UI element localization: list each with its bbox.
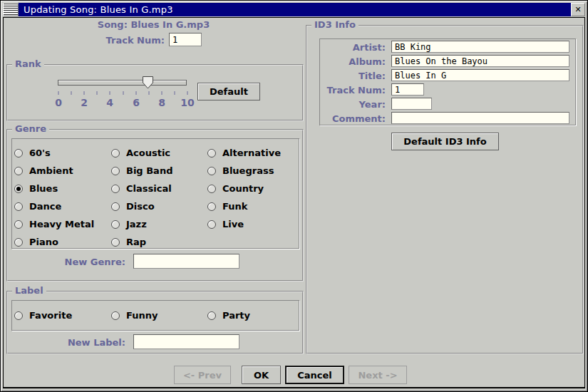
window-menu-icon[interactable] bbox=[3, 3, 19, 16]
genre-option-country[interactable]: Country bbox=[207, 183, 299, 194]
label-option-party[interactable]: Party bbox=[207, 310, 299, 321]
slider-tick-label: 10 bbox=[179, 97, 196, 108]
radio-icon bbox=[207, 220, 216, 229]
cancel-button[interactable]: Cancel bbox=[285, 366, 344, 384]
year-label: Year: bbox=[320, 99, 386, 110]
track-num-label: Track Num: bbox=[75, 35, 165, 46]
slider-tick bbox=[187, 91, 188, 95]
year-field[interactable] bbox=[391, 98, 432, 110]
id3-row-comment: Comment: bbox=[320, 112, 575, 126]
slider-tick-label: 8 bbox=[153, 97, 170, 108]
slider-tick-label: 0 bbox=[50, 97, 67, 108]
track-num-input[interactable] bbox=[169, 33, 202, 46]
genre-option-label: Dance bbox=[29, 201, 61, 212]
slider-tick bbox=[109, 91, 110, 95]
radio-icon bbox=[207, 149, 216, 158]
id3-group: ID3 Info Artist: Album: Title: Track Num… bbox=[306, 25, 584, 354]
artist-field[interactable] bbox=[391, 41, 569, 53]
genre-option-label: Disco bbox=[126, 201, 155, 212]
album-field[interactable] bbox=[391, 55, 569, 67]
genre-option-label: Ambient bbox=[29, 165, 73, 176]
genre-option-bluegrass[interactable]: Bluegrass bbox=[207, 165, 299, 176]
new-genre-input[interactable] bbox=[133, 254, 239, 269]
genre-option-dance[interactable]: Dance bbox=[14, 201, 111, 212]
id3-row-album: Album: bbox=[320, 55, 575, 69]
genre-option-alternative[interactable]: Alternative bbox=[207, 148, 299, 158]
id3-row-title: Title: bbox=[320, 69, 575, 83]
slider-tick bbox=[135, 91, 137, 95]
id3-track-num-field[interactable] bbox=[391, 83, 424, 96]
radio-icon bbox=[207, 167, 216, 175]
new-label-input[interactable] bbox=[133, 334, 239, 349]
default-id3-info-button[interactable]: Default ID3 Info bbox=[391, 133, 499, 150]
rank-group-title: Rank bbox=[12, 59, 44, 69]
title-bar-row: Updating Song: Blues In G.mp3 ✕ bbox=[3, 3, 585, 16]
artist-label: Artist: bbox=[320, 42, 386, 53]
id3-fields-panel: Artist: Album: Title: Track Num: Year: bbox=[319, 38, 576, 125]
genre-option-60s[interactable]: 60's bbox=[14, 148, 111, 158]
genre-option-disco[interactable]: Disco bbox=[111, 201, 207, 212]
genre-option-rap[interactable]: Rap bbox=[111, 237, 207, 247]
genre-option-acoustic[interactable]: Acoustic bbox=[111, 148, 207, 158]
radio-icon bbox=[111, 149, 120, 158]
radio-icon bbox=[207, 202, 216, 211]
label-options-panel: Favorite Funny Party bbox=[11, 300, 299, 331]
genre-option-live[interactable]: Live bbox=[207, 219, 299, 229]
comment-field[interactable] bbox=[391, 112, 569, 124]
title-label: Title: bbox=[320, 71, 386, 81]
slider-tick-label: 2 bbox=[76, 97, 93, 108]
radio-icon bbox=[14, 220, 23, 229]
genre-option-label: Blues bbox=[29, 183, 58, 194]
radio-icon bbox=[111, 202, 120, 211]
genre-option-ambient[interactable]: Ambient bbox=[14, 165, 111, 176]
genre-option-label: Live bbox=[222, 219, 244, 229]
radio-icon bbox=[111, 220, 120, 229]
genre-option-label: Alternative bbox=[222, 148, 281, 158]
slider-tick bbox=[123, 91, 124, 95]
rank-slider-track[interactable] bbox=[58, 80, 187, 86]
radio-icon bbox=[14, 238, 23, 247]
slider-tick bbox=[148, 91, 150, 95]
title-field[interactable] bbox=[391, 69, 569, 81]
genre-option-label: Acoustic bbox=[126, 148, 170, 158]
ok-button[interactable]: OK bbox=[242, 366, 281, 384]
id3-row-year: Year: bbox=[320, 98, 575, 112]
label-option-funny[interactable]: Funny bbox=[111, 310, 207, 321]
id3-track-num-label: Track Num: bbox=[320, 85, 386, 96]
genre-option-piano[interactable]: Piano bbox=[14, 237, 111, 247]
rank-default-button[interactable]: Default bbox=[197, 83, 260, 100]
radio-icon bbox=[207, 311, 216, 320]
genre-group-title: Genre bbox=[12, 124, 49, 134]
label-option-label: Funny bbox=[126, 310, 158, 321]
slider-tick-label: 6 bbox=[128, 97, 145, 108]
genre-group: Genre 60's Acoustic Alternative Ambient … bbox=[6, 129, 304, 282]
genre-option-blues[interactable]: Blues bbox=[14, 183, 111, 194]
label-option-label: Favorite bbox=[29, 310, 72, 321]
close-icon: ✕ bbox=[574, 5, 581, 14]
title-bar[interactable]: Updating Song: Blues In G.mp3 bbox=[19, 3, 571, 16]
radio-icon bbox=[14, 202, 23, 211]
genre-option-label: Jazz bbox=[126, 219, 147, 229]
label-option-favorite[interactable]: Favorite bbox=[14, 310, 111, 321]
song-title-label: Song: Blues In G.mp3 bbox=[4, 19, 304, 30]
genre-option-big-band[interactable]: Big Band bbox=[111, 165, 207, 176]
rank-slider-thumb[interactable] bbox=[143, 76, 153, 89]
genre-option-label: Funk bbox=[222, 201, 247, 212]
next-button: Next -> bbox=[349, 366, 407, 384]
radio-icon bbox=[111, 311, 120, 320]
radio-icon bbox=[111, 167, 120, 175]
close-button[interactable]: ✕ bbox=[571, 3, 585, 16]
prev-button: <- Prev bbox=[174, 366, 231, 384]
slider-tick bbox=[161, 91, 163, 95]
slider-tick bbox=[58, 91, 59, 95]
dialog-content: Song: Blues In G.mp3 Track Num: Rank 0 2… bbox=[3, 17, 585, 388]
genre-option-label: Rap bbox=[126, 237, 146, 247]
genre-option-jazz[interactable]: Jazz bbox=[111, 219, 207, 229]
genre-option-label: Big Band bbox=[126, 165, 172, 176]
genre-option-classical[interactable]: Classical bbox=[111, 183, 207, 194]
radio-icon bbox=[207, 185, 216, 193]
radio-icon bbox=[111, 185, 120, 193]
genre-option-funk[interactable]: Funk bbox=[207, 201, 299, 212]
genre-option-heavy-metal[interactable]: Heavy Metal bbox=[14, 219, 111, 229]
dialog-window: Updating Song: Blues In G.mp3 ✕ Song: Bl… bbox=[0, 0, 588, 392]
